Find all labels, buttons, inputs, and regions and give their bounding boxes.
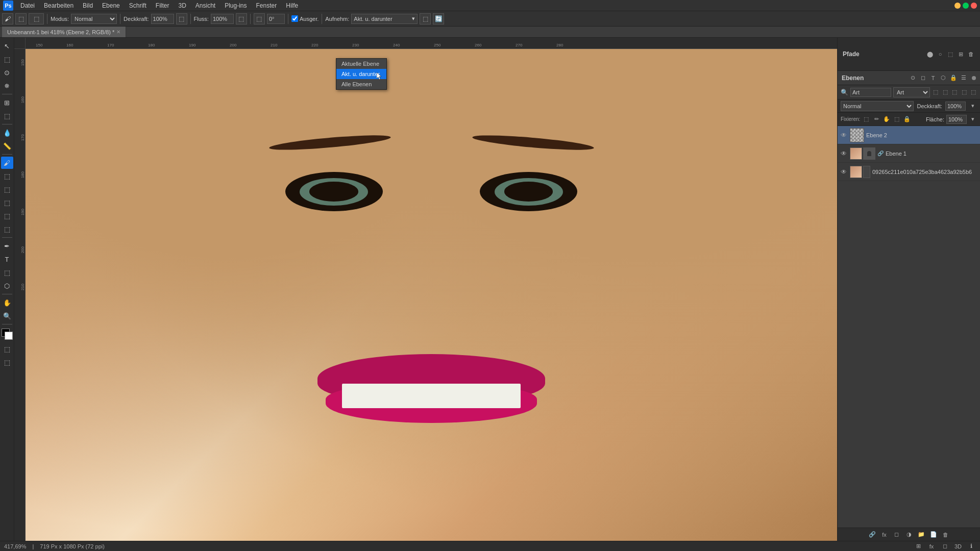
menu-bearbeiten[interactable]: Bearbeiten (40, 1, 78, 10)
layer-adj-bottom-btn[interactable]: ◑ (904, 530, 914, 539)
ausger-checkbox[interactable] (291, 15, 298, 22)
deckkraft-value[interactable] (945, 102, 966, 111)
deckkraft-input[interactable] (151, 14, 174, 24)
zoom-tool[interactable]: 🔍 (1, 310, 13, 322)
deckkraft-pressure-btn[interactable]: ⬚ (176, 13, 187, 24)
eraser-tool[interactable]: ⬚ (1, 196, 13, 209)
history-brush-tool[interactable]: ⬚ (1, 183, 13, 195)
move-tool[interactable]: ↖ (1, 40, 13, 52)
sample-all-layers-btn[interactable]: ⬚ (420, 13, 431, 24)
layer-link-btn[interactable]: T (929, 74, 937, 82)
menu-ansicht[interactable]: Ansicht (191, 1, 219, 10)
doc-tab-active[interactable]: Unbenannt-1 bei 418% (Ebene 2, RGB/8) * … (2, 27, 126, 37)
stamp-tool[interactable]: ⬚ (1, 170, 13, 182)
window-minimize[interactable] (954, 3, 961, 9)
dropdown-item-aktuelle-ebene[interactable]: Aktuelle Ebene (336, 59, 386, 69)
layers-type-select[interactable]: Art (893, 87, 930, 97)
layer-filter-toggle[interactable]: ⬚ (970, 88, 977, 96)
layer-adj-btn[interactable]: ⬡ (939, 74, 947, 82)
canvas-image[interactable] (26, 49, 837, 541)
layer-visibility-bg[interactable]: 👁 (840, 168, 848, 176)
menu-3d[interactable]: 3D (174, 1, 190, 10)
layer-fx-btn[interactable]: fx (880, 530, 889, 539)
selection-tool[interactable]: ⬚ (1, 53, 13, 65)
status-info-btn[interactable]: ℹ (967, 542, 976, 551)
layer-filter-smart-btn[interactable]: ⬚ (960, 88, 967, 96)
tab-close-icon[interactable]: ✕ (116, 29, 120, 35)
fg-bg-colors[interactable] (2, 329, 13, 340)
menu-filter[interactable]: Filter (152, 1, 174, 10)
deckkraft-lock-btn[interactable]: ▾ (969, 102, 977, 110)
canvas-area[interactable]: 150 160 170 180 190 200 210 220 230 240 … (14, 38, 837, 541)
fluss-input[interactable] (211, 14, 234, 24)
layer-lock-btn[interactable]: 🔒 (949, 74, 958, 82)
flache-value[interactable] (946, 115, 967, 124)
layer-delete-btn[interactable]: 🗑 (941, 530, 950, 539)
layer-item-bg[interactable]: 👁 09265c211e010a725e3ba4623a92b5b6 (838, 163, 980, 181)
layer-link-bottom-btn[interactable]: 🔗 (868, 530, 877, 539)
lock-transparent-btn[interactable]: ⬚ (862, 115, 870, 123)
background-color[interactable] (5, 332, 13, 340)
fluss-pressure-btn[interactable]: ⬚ (236, 13, 247, 24)
blend-mode-select[interactable]: Normal (841, 101, 914, 111)
layer-mask-bottom-btn[interactable]: ◻ (892, 530, 901, 539)
crop-tool[interactable]: ⊞ (1, 96, 13, 109)
layer-mask-btn[interactable]: ◻ (919, 74, 927, 82)
lock-pixels-btn[interactable]: ✏ (872, 115, 880, 123)
brush-preset-btn[interactable]: ⬚ (15, 13, 27, 24)
sample-select-btn[interactable]: Akt. u. darunter ▾ (351, 14, 418, 24)
layer-filter-btn[interactable]: ⊙ (909, 74, 917, 82)
layers-search-input[interactable] (850, 88, 891, 97)
layer-filter-adj-btn[interactable]: ⬚ (942, 88, 949, 96)
status-3d-btn[interactable]: 3D (953, 542, 963, 551)
layer-new-btn[interactable]: 📄 (929, 530, 938, 539)
lasso-tool[interactable]: ⊙ (1, 66, 13, 79)
status-mask-btn[interactable]: ◻ (940, 542, 949, 551)
window-maximize[interactable] (963, 3, 969, 9)
path-stroke-btn[interactable]: ○ (936, 50, 944, 58)
brush-size-btn[interactable]: ⬚ (29, 13, 44, 24)
path-new-btn[interactable]: ⊞ (957, 50, 965, 58)
text-tool[interactable]: T (1, 253, 13, 265)
lock-position-btn[interactable]: ✋ (883, 115, 891, 123)
path-delete-btn[interactable]: 🗑 (967, 50, 975, 58)
layer-item-ebene2[interactable]: 👁 Ebene 2 (838, 126, 980, 144)
dropdown-item-akt-darunter[interactable]: Akt. u. darunter (336, 69, 386, 79)
menu-bild[interactable]: Bild (79, 1, 97, 10)
path-fill-btn[interactable]: ⬤ (926, 50, 934, 58)
modus-select[interactable]: Normal (71, 14, 117, 24)
quick-mask-icon[interactable]: ⬚ (1, 343, 13, 355)
airbrush-btn[interactable]: ⬚ (254, 13, 265, 24)
screen-mode-btn[interactable]: ⬚ (1, 356, 13, 368)
tool-preset-btn[interactable]: 🖌 (2, 13, 13, 24)
path-selection-tool[interactable]: ⬚ (1, 266, 13, 279)
layer-filter-shape-btn[interactable]: ⬚ (951, 88, 958, 96)
quick-mask-btn[interactable]: ⬚ (1, 343, 13, 355)
magic-wand-tool[interactable]: ✵ (1, 80, 13, 92)
gradient-tool[interactable]: ⬚ (1, 210, 13, 222)
menu-schrift[interactable]: Schrift (125, 1, 151, 10)
layer-filter-type-btn[interactable]: ⬚ (932, 88, 939, 96)
layer-item-ebene1[interactable]: 👁 🔗 Ebene 1 (838, 144, 980, 163)
menu-ebene[interactable]: Ebene (98, 1, 124, 10)
angle-input[interactable] (267, 14, 285, 24)
layer-group-btn[interactable]: 📁 (917, 530, 926, 539)
pen-tool[interactable]: ✒ (1, 240, 13, 252)
menu-fenster[interactable]: Fenster (252, 1, 281, 10)
lock-artboard-btn[interactable]: ⬚ (893, 115, 901, 123)
brush-tool[interactable]: 🖌 (1, 157, 13, 169)
eyedropper-tool[interactable]: 💧 (1, 127, 13, 139)
menu-hilfe[interactable]: Hilfe (282, 1, 302, 10)
dropdown-item-alle-ebenen[interactable]: Alle Ebenen (336, 79, 386, 89)
menu-datei[interactable]: Datei (16, 1, 39, 10)
hand-tool[interactable]: ✋ (1, 296, 13, 309)
window-close[interactable] (971, 3, 977, 9)
shape-tool[interactable]: ⬡ (1, 280, 13, 292)
flache-dropdown-btn[interactable]: ▾ (969, 115, 977, 123)
dodge-tool[interactable]: ⬚ (1, 223, 13, 235)
slice-tool[interactable]: ⬚ (1, 110, 13, 122)
layer-visibility-ebene1[interactable]: 👁 (840, 149, 848, 158)
path-load-btn[interactable]: ⬚ (946, 50, 954, 58)
layer-visibility-ebene2[interactable]: 👁 (840, 131, 848, 139)
ruler-tool[interactable]: 📏 (1, 140, 13, 152)
